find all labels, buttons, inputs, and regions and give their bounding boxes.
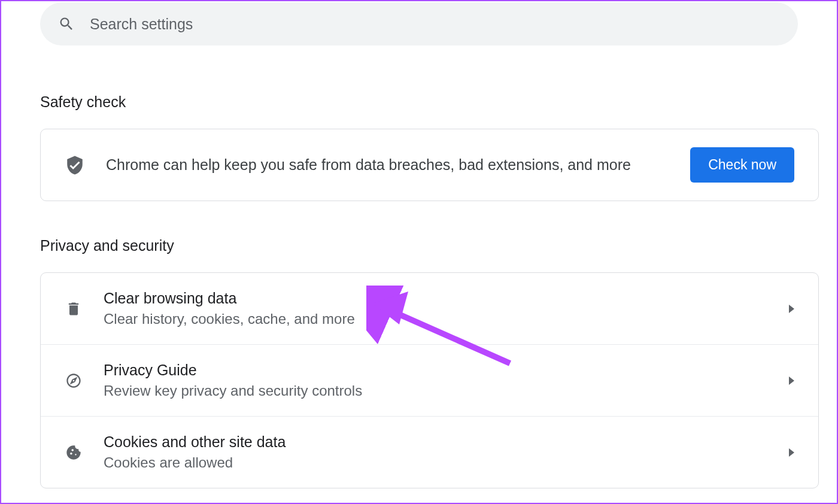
search-icon xyxy=(58,16,75,32)
safety-check-card: Chrome can help keep you safe from data … xyxy=(40,129,819,201)
section-title-privacy: Privacy and security xyxy=(40,237,837,254)
chevron-right-icon xyxy=(789,377,794,385)
check-now-button[interactable]: Check now xyxy=(690,147,794,183)
cookies-row[interactable]: Cookies and other site data Cookies are … xyxy=(41,417,818,488)
chevron-right-icon xyxy=(789,305,794,313)
chevron-right-icon xyxy=(789,448,794,457)
row-title: Cookies and other site data xyxy=(104,433,789,451)
safety-check-description: Chrome can help keep you safe from data … xyxy=(106,156,690,174)
privacy-settings-card: Clear browsing data Clear history, cooki… xyxy=(40,272,819,488)
section-title-safety-check: Safety check xyxy=(40,93,837,111)
row-title: Clear browsing data xyxy=(104,290,789,307)
search-bar[interactable]: Search settings xyxy=(40,2,798,45)
compass-icon xyxy=(65,372,83,390)
shield-check-icon xyxy=(65,154,85,177)
trash-icon xyxy=(65,300,83,318)
row-subtitle: Review key privacy and security controls xyxy=(104,382,789,399)
cookie-icon xyxy=(65,444,83,462)
clear-browsing-data-row[interactable]: Clear browsing data Clear history, cooki… xyxy=(41,273,818,345)
search-placeholder: Search settings xyxy=(90,16,193,33)
row-title: Privacy Guide xyxy=(104,362,789,379)
privacy-guide-row[interactable]: Privacy Guide Review key privacy and sec… xyxy=(41,345,818,417)
row-subtitle: Cookies are allowed xyxy=(104,454,789,471)
row-subtitle: Clear history, cookies, cache, and more xyxy=(104,311,789,327)
